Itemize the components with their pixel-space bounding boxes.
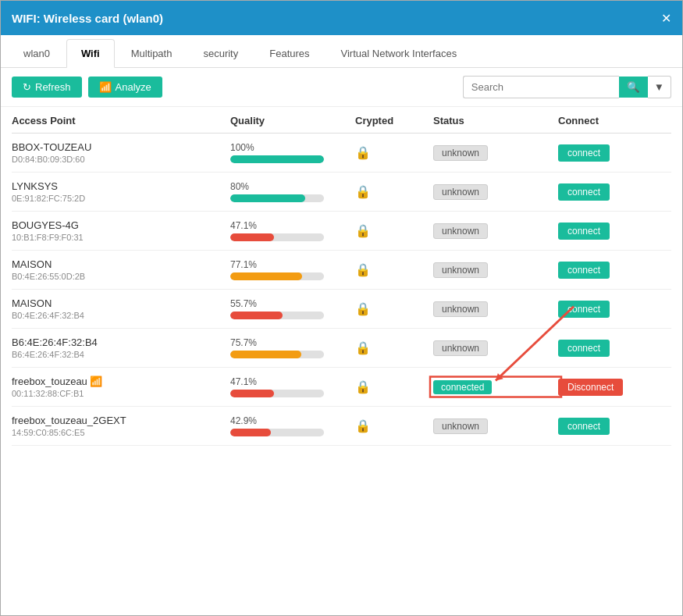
quality-cell: 100% [230, 142, 355, 163]
crypted-cell: 🔒 [355, 223, 433, 238]
table-row: freebox_touzeau_2GEXT 14:59:C0:85:6C:E5 … [12, 407, 671, 446]
crypted-cell: 🔒 [355, 184, 433, 199]
table-row: B6:4E:26:4F:32:B4 B6:4E:26:4F:32:B4 75.7… [12, 329, 671, 368]
quality-percent: 80% [230, 181, 355, 192]
lock-icon: 🔒 [355, 146, 371, 159]
ap-name: MAISON [12, 297, 230, 309]
quality-bar [230, 312, 283, 319]
ap-mac: 0E:91:82:FC:75:2D [12, 194, 230, 203]
ap-info: BBOX-TOUZEAU D0:84:B0:09:3D:60 [12, 141, 230, 164]
status-badge: connected [433, 380, 492, 394]
ap-info: MAISON B0:4E:26:55:0D:2B [12, 258, 230, 281]
connect-button[interactable]: connect [558, 340, 610, 357]
status-badge: unknown [433, 301, 488, 317]
connect-cell: connect [558, 144, 660, 162]
quality-bar [230, 155, 324, 163]
toolbar: ↻ Refresh 📶 Analyze 🔍 ▼ [1, 68, 682, 107]
status-badge: unknown [433, 340, 488, 356]
tab-wifi[interactable]: Wifi [66, 39, 115, 68]
col-connect: Connect [558, 115, 660, 126]
table-row: BOUGYES-4G 10:B1:F8:F9:F0:31 47.1% 🔒 unk… [12, 212, 671, 251]
refresh-button[interactable]: ↻ Refresh [12, 77, 82, 98]
tab-security[interactable]: security [188, 39, 253, 67]
ap-mac: D0:84:B0:09:3D:60 [12, 155, 230, 164]
ap-mac: 14:59:C0:85:6C:E5 [12, 428, 230, 437]
connect-button[interactable]: connect [558, 418, 610, 435]
quality-bar-wrap [230, 390, 324, 397]
connect-button[interactable]: connect [558, 301, 610, 318]
analyze-label: Analyze [116, 81, 151, 93]
status-cell: unknown [433, 340, 558, 356]
status-badge: unknown [433, 223, 488, 239]
tab-multipath[interactable]: Multipath [116, 39, 187, 67]
search-input[interactable] [463, 76, 619, 98]
quality-bar [230, 272, 302, 280]
table-header: Access Point Quality Crypted Status Conn… [12, 107, 671, 134]
quality-bar [230, 351, 301, 358]
status-cell: unknown [433, 145, 558, 161]
quality-cell: 80% [230, 181, 355, 202]
quality-bar [230, 429, 271, 436]
status-cell: unknown [433, 301, 558, 317]
ap-mac: B0:4E:26:55:0D:2B [12, 272, 230, 281]
tab-bar: wlan0 Wifi Multipath security Features V… [1, 35, 682, 68]
tab-features[interactable]: Features [254, 39, 324, 67]
table-row: BBOX-TOUZEAU D0:84:B0:09:3D:60 100% 🔒 un… [12, 134, 671, 173]
refresh-icon: ↻ [23, 81, 31, 93]
connect-cell: connect [558, 418, 660, 435]
title-bar: WIFI: Wireless card (wlan0) ✕ [1, 1, 682, 35]
lock-icon: 🔒 [355, 224, 371, 237]
ap-mac: B6:4E:26:4F:32:B4 [12, 350, 230, 359]
quality-percent: 75.7% [230, 337, 355, 348]
tab-vni[interactable]: Virtual Network Interfaces [326, 39, 472, 67]
close-button[interactable]: ✕ [661, 11, 671, 26]
table-row: MAISON B0:4E:26:4F:32:B4 55.7% 🔒 unknown… [12, 290, 671, 329]
col-crypted: Crypted [355, 115, 433, 126]
lock-icon: 🔒 [355, 263, 371, 276]
col-quality: Quality [230, 115, 355, 126]
tab-wlan0[interactable]: wlan0 [9, 39, 65, 67]
connect-cell: connect [558, 183, 660, 201]
ap-name: freebox_touzeau_2GEXT [12, 415, 230, 426]
connect-button[interactable]: connect [558, 144, 610, 162]
status-cell: unknown [433, 184, 558, 200]
ap-name: MAISON [12, 258, 230, 270]
search-button[interactable]: 🔍 [619, 77, 648, 98]
connect-button[interactable]: connect [558, 183, 610, 201]
ap-name: BBOX-TOUZEAU [12, 141, 230, 153]
quality-percent: 47.1% [230, 220, 355, 231]
quality-bar-wrap [230, 194, 324, 202]
connect-button[interactable]: connect [558, 223, 610, 240]
quality-bar-wrap [230, 272, 324, 280]
status-badge: unknown [433, 262, 488, 278]
status-cell: unknown [433, 418, 558, 434]
main-window: WIFI: Wireless card (wlan0) ✕ wlan0 Wifi… [0, 0, 683, 616]
crypted-cell: 🔒 [355, 301, 433, 316]
status-badge: unknown [433, 418, 488, 434]
ap-mac: 10:B1:F8:F9:F0:31 [12, 233, 230, 242]
search-dropdown-button[interactable]: ▼ [648, 76, 671, 98]
ap-info: B6:4E:26:4F:32:B4 B6:4E:26:4F:32:B4 [12, 336, 230, 359]
connect-button[interactable]: connect [558, 262, 610, 279]
quality-bar [230, 390, 274, 397]
lock-icon: 🔒 [355, 185, 371, 198]
ap-name: freebox_touzeau 📶 [12, 376, 230, 387]
quality-cell: 77.1% [230, 259, 355, 280]
status-badge: unknown [433, 184, 488, 200]
table-container: Access Point Quality Crypted Status Conn… [1, 107, 682, 615]
analyze-button[interactable]: 📶 Analyze [88, 77, 162, 98]
lock-icon: 🔒 [355, 419, 371, 433]
ap-mac: 00:11:32:88:CF:B1 [12, 389, 230, 398]
wifi-analyze-icon: 📶 [99, 81, 112, 93]
ap-name: BOUGYES-4G [12, 219, 230, 231]
connect-cell: connect [558, 223, 660, 240]
status-cell: connected [433, 380, 558, 394]
lock-icon: 🔒 [355, 341, 371, 354]
quality-bar-wrap [230, 155, 324, 163]
quality-bar-wrap [230, 429, 324, 436]
ap-info: freebox_touzeau 📶 00:11:32:88:CF:B1 [12, 376, 230, 398]
ap-name: B6:4E:26:4F:32:B4 [12, 336, 230, 348]
disconnect-button[interactable]: Disconnect [558, 379, 623, 396]
quality-percent: 47.1% [230, 376, 355, 387]
lock-icon: 🔒 [355, 302, 371, 315]
